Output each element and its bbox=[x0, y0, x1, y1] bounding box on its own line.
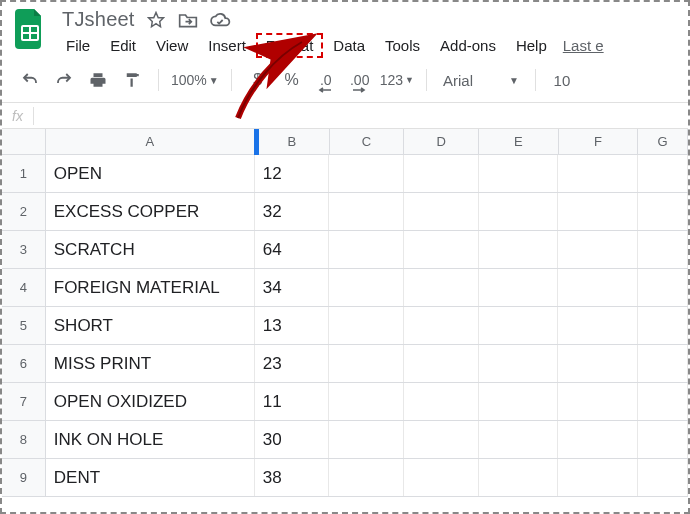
menu-addons[interactable]: Add-ons bbox=[430, 33, 506, 58]
move-folder-icon[interactable] bbox=[177, 9, 199, 31]
select-all-cell[interactable] bbox=[2, 129, 46, 154]
cell[interactable] bbox=[329, 383, 404, 420]
zoom-select[interactable]: 100% ▼ bbox=[171, 72, 219, 88]
cell[interactable] bbox=[479, 421, 559, 458]
cell[interactable] bbox=[404, 459, 479, 496]
cell[interactable] bbox=[404, 307, 479, 344]
cell[interactable] bbox=[404, 231, 479, 268]
cell[interactable] bbox=[558, 155, 638, 192]
percent-button[interactable]: % bbox=[278, 66, 306, 94]
cell[interactable] bbox=[479, 269, 559, 306]
cell[interactable] bbox=[558, 459, 638, 496]
column-header-e[interactable]: E bbox=[479, 129, 559, 154]
cell[interactable]: 13 bbox=[255, 307, 330, 344]
cell[interactable] bbox=[329, 459, 404, 496]
row-header[interactable]: 4 bbox=[2, 269, 46, 306]
menu-tools[interactable]: Tools bbox=[375, 33, 430, 58]
cell[interactable] bbox=[638, 155, 688, 192]
column-header-g[interactable]: G bbox=[638, 129, 688, 154]
row-header[interactable]: 1 bbox=[2, 155, 46, 192]
cell[interactable] bbox=[479, 193, 559, 230]
cell[interactable] bbox=[638, 383, 688, 420]
cell[interactable] bbox=[638, 421, 688, 458]
cell[interactable] bbox=[479, 459, 559, 496]
increase-decimals-button[interactable]: .00 bbox=[346, 66, 374, 94]
cell[interactable] bbox=[404, 421, 479, 458]
cell[interactable] bbox=[329, 193, 404, 230]
cell[interactable]: 38 bbox=[255, 459, 330, 496]
cell[interactable] bbox=[638, 193, 688, 230]
font-picker[interactable]: Arial ▼ bbox=[439, 72, 523, 89]
last-edit-link[interactable]: Last e bbox=[563, 37, 604, 54]
row-header[interactable]: 8 bbox=[2, 421, 46, 458]
cell[interactable] bbox=[404, 269, 479, 306]
cell[interactable]: 30 bbox=[255, 421, 330, 458]
cell[interactable] bbox=[558, 383, 638, 420]
cell[interactable] bbox=[329, 269, 404, 306]
cell[interactable] bbox=[329, 231, 404, 268]
redo-button[interactable] bbox=[50, 66, 78, 94]
cell[interactable] bbox=[558, 269, 638, 306]
cell[interactable]: INK ON HOLE bbox=[46, 421, 255, 458]
cell[interactable] bbox=[558, 231, 638, 268]
cloud-saved-icon[interactable] bbox=[209, 9, 231, 31]
number-format-menu[interactable]: 123 ▼ bbox=[380, 72, 414, 88]
column-header-d[interactable]: D bbox=[404, 129, 479, 154]
cell[interactable] bbox=[479, 155, 559, 192]
menu-format[interactable]: Format bbox=[256, 33, 324, 58]
cell[interactable]: FOREIGN MATERIAL bbox=[46, 269, 255, 306]
cell[interactable]: 34 bbox=[255, 269, 330, 306]
cell[interactable]: OPEN bbox=[46, 155, 255, 192]
cell[interactable] bbox=[329, 421, 404, 458]
cell[interactable] bbox=[404, 383, 479, 420]
cell[interactable] bbox=[638, 459, 688, 496]
cell[interactable] bbox=[558, 193, 638, 230]
row-header[interactable]: 7 bbox=[2, 383, 46, 420]
doc-title[interactable]: TJsheet bbox=[62, 8, 135, 31]
cell[interactable] bbox=[558, 421, 638, 458]
column-header-a[interactable]: A bbox=[46, 129, 255, 154]
cell[interactable]: SCRATCH bbox=[46, 231, 255, 268]
cell[interactable] bbox=[638, 269, 688, 306]
cell[interactable]: SHORT bbox=[46, 307, 255, 344]
cell[interactable]: 64 bbox=[255, 231, 330, 268]
cell[interactable] bbox=[558, 345, 638, 382]
cell[interactable] bbox=[479, 307, 559, 344]
menu-edit[interactable]: Edit bbox=[100, 33, 146, 58]
cell[interactable] bbox=[638, 307, 688, 344]
print-button[interactable] bbox=[84, 66, 112, 94]
row-header[interactable]: 3 bbox=[2, 231, 46, 268]
cell[interactable] bbox=[479, 383, 559, 420]
undo-button[interactable] bbox=[16, 66, 44, 94]
column-header-b[interactable]: B bbox=[255, 129, 330, 154]
cell[interactable]: DENT bbox=[46, 459, 255, 496]
row-header[interactable]: 5 bbox=[2, 307, 46, 344]
column-header-f[interactable]: F bbox=[559, 129, 639, 154]
cell[interactable] bbox=[404, 155, 479, 192]
cell[interactable] bbox=[329, 307, 404, 344]
menu-insert[interactable]: Insert bbox=[198, 33, 256, 58]
cell[interactable]: 32 bbox=[255, 193, 330, 230]
menu-data[interactable]: Data bbox=[323, 33, 375, 58]
cell[interactable]: 12 bbox=[255, 155, 330, 192]
menu-view[interactable]: View bbox=[146, 33, 198, 58]
cell[interactable]: 11 bbox=[255, 383, 330, 420]
menu-help[interactable]: Help bbox=[506, 33, 557, 58]
cell[interactable] bbox=[404, 193, 479, 230]
cell[interactable] bbox=[638, 345, 688, 382]
menu-file[interactable]: File bbox=[56, 33, 100, 58]
cell[interactable] bbox=[638, 231, 688, 268]
column-header-c[interactable]: C bbox=[330, 129, 405, 154]
cell[interactable] bbox=[558, 307, 638, 344]
cell[interactable]: EXCESS COPPER bbox=[46, 193, 255, 230]
font-size-input[interactable]: 10 bbox=[548, 72, 576, 89]
sheets-logo[interactable] bbox=[12, 9, 48, 57]
cell[interactable]: 23 bbox=[255, 345, 330, 382]
cell[interactable] bbox=[329, 345, 404, 382]
cell[interactable] bbox=[329, 155, 404, 192]
cell[interactable] bbox=[404, 345, 479, 382]
paint-format-button[interactable] bbox=[118, 66, 146, 94]
cell[interactable] bbox=[479, 231, 559, 268]
currency-button[interactable]: $ bbox=[244, 66, 272, 94]
row-header[interactable]: 6 bbox=[2, 345, 46, 382]
